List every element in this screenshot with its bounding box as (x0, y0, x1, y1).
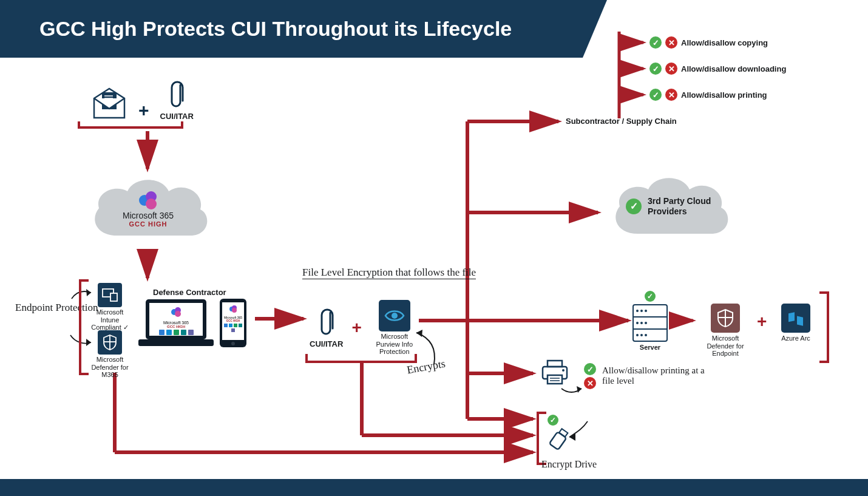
subcontractor-label: Subcontractor / Supply Chain (566, 117, 677, 126)
server-label: Server (632, 344, 668, 352)
check-icon: ✓ (584, 363, 596, 375)
allow-copying-label: Allow/disallow copying (681, 38, 768, 47)
phone-icon: Microsoft 365 GCC HIGH (219, 297, 248, 352)
azure-arc-label: Azure Arc (775, 335, 817, 342)
email-icon (91, 87, 127, 121)
defense-contractor-label: Defense Contractor (153, 288, 226, 297)
allow-printing-label: Allow/disallow printing (681, 90, 767, 100)
usb-block: ✓ (548, 414, 571, 454)
purview-group: CUI/ITAR + Microsoft Purview Info Protec… (310, 300, 419, 356)
purview-eye-icon (384, 309, 405, 322)
gcc-high-small-1: GCC HIGH (149, 325, 203, 328)
print-file-level-label: Allow/disallow printing at a file level (602, 365, 711, 387)
svg-rect-55 (548, 375, 562, 384)
bracket-endpoint (79, 279, 89, 375)
x-icon: ✕ (584, 377, 596, 389)
svg-rect-59 (549, 432, 567, 450)
check-icon: ✓ (626, 199, 642, 214)
m365-logo-phone-icon (229, 305, 237, 313)
intune-block: Microsoft Intune Compliant ✓ (91, 283, 129, 331)
bracket-server (819, 291, 829, 363)
svg-point-47 (392, 313, 398, 319)
allow-downloading-row: ✓ ✕ Allow/disallow downloading (649, 63, 786, 75)
shield-icon (103, 335, 117, 350)
azure-arc-icon (787, 310, 805, 326)
check-icon: ✓ (649, 89, 662, 101)
plus-1: + (138, 100, 149, 121)
server-block: ✓ Server (632, 290, 668, 352)
svg-point-40 (175, 311, 181, 317)
intune-icon (102, 288, 118, 302)
printer-icon (540, 359, 569, 386)
svg-point-43 (231, 342, 235, 345)
cui-itar-label-1: CUI/ITAR (160, 112, 194, 121)
svg-point-30 (146, 199, 157, 209)
printer-block (540, 359, 569, 389)
defender-endpoint-block: Microsoft Defender for Endpoint (698, 304, 753, 358)
m365-label: Microsoft 365 (84, 211, 212, 220)
paperclip-icon-2 (319, 307, 334, 337)
allow-printing-row: ✓ ✕ Allow/disallow printing (649, 89, 767, 101)
svg-rect-32 (110, 293, 117, 301)
defender-m365-label: Microsoft Defender for M365 (91, 356, 129, 379)
paperclip-icon (169, 79, 185, 109)
gcc-high-small-2: GCC HIGH (222, 319, 244, 322)
check-icon: ✓ (649, 63, 662, 75)
check-icon: ✓ (649, 36, 662, 49)
purview-label: Microsoft Purview Info Protection (370, 333, 419, 356)
m365-cloud: Microsoft 365 GCC HIGH (84, 172, 212, 253)
m365-logo-small-icon (170, 306, 182, 318)
printer-badges: ✓ ✕ (584, 363, 596, 389)
file-level-encryption-label: File Level Encryption that follows the f… (302, 267, 476, 279)
allow-copying-row: ✓ ✕ Allow/disallow copying (649, 36, 768, 49)
x-icon: ✕ (665, 36, 677, 49)
defender-endpoint-label: Microsoft Defender for Endpoint (698, 335, 753, 358)
x-icon: ✕ (665, 63, 677, 75)
m365-small-label: Microsoft 365 (149, 321, 203, 325)
svg-rect-52 (548, 361, 562, 367)
third-party-label: 3rd Party Cloud Providers (648, 196, 714, 217)
x-icon: ✕ (665, 89, 677, 101)
email-attachment-group: + CUI/ITAR (91, 79, 194, 121)
bracket-usb (537, 412, 546, 465)
encrypt-drive-label: Encrypt Drive (541, 459, 597, 470)
svg-point-46 (232, 308, 237, 313)
usb-drive-icon (548, 427, 571, 454)
m365-logo-icon (138, 190, 158, 211)
svg-rect-37 (138, 339, 214, 346)
plus-3: + (757, 312, 767, 331)
svg-rect-51 (797, 316, 803, 326)
plus-2: + (351, 318, 361, 338)
third-party-cloud: ✓ 3rd Party Cloud Providers (605, 173, 738, 248)
gcc-high-label: GCC HIGH (84, 220, 212, 228)
svg-point-54 (562, 369, 565, 372)
cui-itar-label-2: CUI/ITAR (310, 339, 343, 348)
svg-rect-50 (788, 312, 795, 322)
allow-downloading-label: Allow/disallow downloading (681, 64, 786, 73)
check-icon: ✓ (548, 415, 558, 426)
check-icon: ✓ (645, 291, 656, 302)
intune-label: Microsoft Intune Compliant ✓ (91, 308, 129, 331)
server-icon (632, 304, 668, 342)
azure-arc-block: Azure Arc (775, 304, 817, 342)
defender-m365-block: Microsoft Defender for M365 (91, 330, 129, 379)
laptop-icon: Microsoft 365 GCC HIGH (137, 297, 215, 352)
shield-icon (717, 309, 733, 327)
